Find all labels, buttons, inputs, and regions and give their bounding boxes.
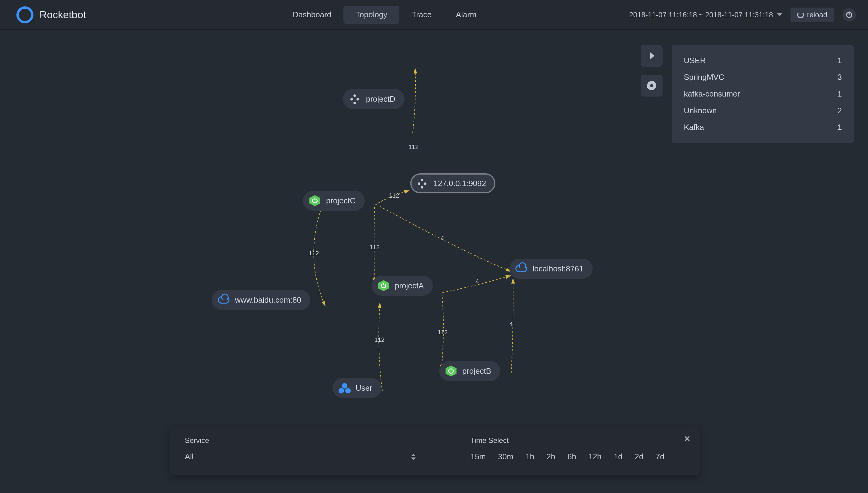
logo-icon <box>16 6 34 23</box>
node-label: 127.0.0.1:9092 <box>433 179 486 188</box>
service-select[interactable]: All <box>185 452 416 462</box>
topology-edges <box>0 30 868 491</box>
app-name: Rocketbot <box>40 9 86 21</box>
node-projectC[interactable]: projectC <box>303 191 365 211</box>
service-icon <box>309 195 321 207</box>
nav-trace[interactable]: Trace <box>399 6 444 24</box>
tree-icon <box>349 93 360 105</box>
node-projectA[interactable]: projectA <box>372 276 433 296</box>
power-button[interactable] <box>843 8 856 22</box>
node-label: localhost:8761 <box>532 264 584 274</box>
time-opt-2h[interactable]: 2h <box>546 452 555 462</box>
timerange-text: 2018-11-07 11:16:18 ~ 2018-11-07 11:31:1… <box>629 10 773 19</box>
node-user[interactable]: User <box>332 378 381 398</box>
time-opt-30m[interactable]: 30m <box>498 452 513 462</box>
time-select-label: Time Select <box>470 436 684 445</box>
edge-label: 112 <box>389 192 399 199</box>
node-label: www.baidu.com:80 <box>235 295 301 305</box>
time-opt-7d[interactable]: 7d <box>655 452 664 462</box>
logo: Rocketbot <box>16 6 86 23</box>
node-label: projectD <box>366 94 396 104</box>
node-projectD[interactable]: projectD <box>343 89 405 109</box>
time-opt-15m[interactable]: 15m <box>470 452 486 462</box>
nav-alarm[interactable]: Alarm <box>444 6 489 24</box>
sort-icon <box>411 454 416 460</box>
edge-label: 112 <box>375 336 384 343</box>
node-label: projectA <box>395 281 424 291</box>
reload-button[interactable]: reload <box>790 7 834 22</box>
topology-canvas[interactable]: 112 112 112 112 112 112 4 4 4 projectD 1… <box>0 30 868 493</box>
service-icon <box>378 280 389 292</box>
node-label: User <box>356 383 372 393</box>
node-label: projectC <box>326 196 356 206</box>
time-select-options: 15m 30m 1h 2h 6h 12h 1d 2d 7d <box>470 452 684 462</box>
edge-label: 112 <box>438 329 448 336</box>
timerange-picker[interactable]: 2018-11-07 11:16:18 ~ 2018-11-07 11:31:1… <box>629 10 782 19</box>
main-nav: Dashboard Topology Trace Alarm <box>281 6 489 24</box>
time-opt-1d[interactable]: 1d <box>613 452 622 462</box>
edge-label: 4 <box>509 321 513 327</box>
nav-dashboard[interactable]: Dashboard <box>281 6 343 24</box>
service-value: All <box>185 452 194 462</box>
node-baidu[interactable]: www.baidu.com:80 <box>212 290 310 310</box>
reload-label: reload <box>807 10 827 19</box>
nav-topology[interactable]: Topology <box>343 6 399 24</box>
edge-label: 112 <box>369 244 380 251</box>
filter-bar: ✕ Service All Time Select 15m 30m 1h 2h … <box>169 427 700 475</box>
node-label: projectB <box>462 366 491 376</box>
service-label: Service <box>185 436 416 445</box>
node-projectB[interactable]: projectB <box>439 361 500 381</box>
chevron-down-icon <box>777 13 782 16</box>
edge-label: 4 <box>441 235 444 242</box>
time-opt-12h[interactable]: 12h <box>588 452 602 462</box>
header-right: 2018-11-07 11:16:18 ~ 2018-11-07 11:31:1… <box>629 7 856 22</box>
time-opt-6h[interactable]: 6h <box>567 452 576 462</box>
close-button[interactable]: ✕ <box>684 434 690 444</box>
service-icon <box>445 365 457 377</box>
edge-label: 112 <box>408 144 419 151</box>
time-select: Time Select 15m 30m 1h 2h 6h 12h 1d 2d 7… <box>470 436 684 462</box>
node-kafka[interactable]: 127.0.0.1:9092 <box>410 173 496 193</box>
edge-label: 112 <box>309 250 319 257</box>
reload-icon <box>797 12 804 18</box>
cloud-icon <box>218 294 229 306</box>
tree-icon <box>416 177 428 189</box>
time-opt-1h[interactable]: 1h <box>525 452 534 462</box>
time-opt-2d[interactable]: 2d <box>634 452 643 462</box>
users-icon <box>339 382 350 394</box>
app-header: Rocketbot Dashboard Topology Trace Alarm… <box>0 0 868 30</box>
node-localhost[interactable]: localhost:8761 <box>509 259 593 279</box>
power-icon <box>846 12 852 18</box>
edge-label: 4 <box>476 278 479 285</box>
cloud-icon <box>516 263 527 274</box>
service-filter: Service All <box>185 436 416 462</box>
